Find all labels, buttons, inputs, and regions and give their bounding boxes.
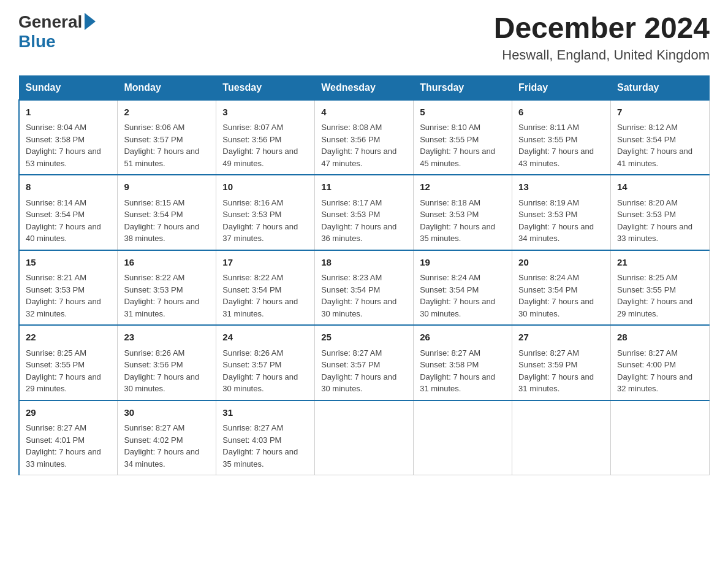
day-number: 23 bbox=[124, 331, 210, 345]
col-thursday: Thursday bbox=[414, 75, 512, 100]
day-number: 28 bbox=[617, 331, 703, 345]
day-number: 4 bbox=[321, 105, 407, 120]
day-number: 8 bbox=[26, 180, 111, 194]
day-info: Sunrise: 8:07 AMSunset: 3:56 PMDaylight:… bbox=[222, 121, 308, 169]
day-info: Sunrise: 8:24 AMSunset: 3:54 PMDaylight:… bbox=[518, 272, 604, 320]
calendar-cell: 31Sunrise: 8:27 AMSunset: 4:03 PMDayligh… bbox=[216, 400, 315, 475]
logo-triangle-icon bbox=[85, 13, 96, 30]
page-header: General Blue December 2024 Heswall, Engl… bbox=[18, 12, 710, 63]
week-row-1: 1Sunrise: 8:04 AMSunset: 3:58 PMDaylight… bbox=[19, 100, 710, 175]
day-info: Sunrise: 8:18 AMSunset: 3:53 PMDaylight:… bbox=[420, 197, 506, 245]
day-number: 15 bbox=[26, 256, 111, 270]
calendar-cell bbox=[611, 400, 710, 475]
location-subtitle: Heswall, England, United Kingdom bbox=[494, 47, 710, 63]
logo-general-text: General bbox=[18, 12, 82, 32]
day-info: Sunrise: 8:27 AMSunset: 3:59 PMDaylight:… bbox=[518, 347, 604, 395]
day-number: 30 bbox=[124, 406, 210, 420]
day-info: Sunrise: 8:15 AMSunset: 3:54 PMDaylight:… bbox=[124, 197, 210, 245]
calendar-cell: 30Sunrise: 8:27 AMSunset: 4:02 PMDayligh… bbox=[118, 400, 216, 475]
day-info: Sunrise: 8:24 AMSunset: 3:54 PMDaylight:… bbox=[420, 272, 506, 320]
day-info: Sunrise: 8:23 AMSunset: 3:54 PMDaylight:… bbox=[321, 272, 407, 320]
calendar-cell: 7Sunrise: 8:12 AMSunset: 3:54 PMDaylight… bbox=[611, 100, 710, 175]
col-sunday: Sunday bbox=[19, 75, 118, 100]
day-info: Sunrise: 8:22 AMSunset: 3:54 PMDaylight:… bbox=[222, 272, 308, 320]
calendar-cell: 6Sunrise: 8:11 AMSunset: 3:55 PMDaylight… bbox=[512, 100, 611, 175]
day-info: Sunrise: 8:19 AMSunset: 3:53 PMDaylight:… bbox=[518, 197, 604, 245]
calendar-cell bbox=[414, 400, 512, 475]
day-info: Sunrise: 8:04 AMSunset: 3:58 PMDaylight:… bbox=[26, 121, 111, 169]
day-number: 27 bbox=[518, 331, 604, 345]
day-info: Sunrise: 8:27 AMSunset: 3:58 PMDaylight:… bbox=[420, 347, 506, 395]
day-info: Sunrise: 8:14 AMSunset: 3:54 PMDaylight:… bbox=[26, 197, 111, 245]
week-row-4: 22Sunrise: 8:25 AMSunset: 3:55 PMDayligh… bbox=[19, 325, 710, 400]
calendar-cell: 9Sunrise: 8:15 AMSunset: 3:54 PMDaylight… bbox=[118, 175, 216, 250]
logo-blue-text: Blue bbox=[18, 32, 56, 51]
day-number: 5 bbox=[420, 105, 506, 120]
calendar-header-row: Sunday Monday Tuesday Wednesday Thursday… bbox=[19, 75, 710, 100]
calendar-cell: 14Sunrise: 8:20 AMSunset: 3:53 PMDayligh… bbox=[611, 175, 710, 250]
day-info: Sunrise: 8:25 AMSunset: 3:55 PMDaylight:… bbox=[617, 272, 703, 320]
day-number: 12 bbox=[420, 180, 506, 194]
day-info: Sunrise: 8:27 AMSunset: 4:00 PMDaylight:… bbox=[617, 347, 703, 395]
day-info: Sunrise: 8:27 AMSunset: 3:57 PMDaylight:… bbox=[321, 347, 407, 395]
day-number: 1 bbox=[26, 105, 111, 120]
day-info: Sunrise: 8:17 AMSunset: 3:53 PMDaylight:… bbox=[321, 197, 407, 245]
calendar-cell: 25Sunrise: 8:27 AMSunset: 3:57 PMDayligh… bbox=[315, 325, 414, 400]
calendar-cell: 12Sunrise: 8:18 AMSunset: 3:53 PMDayligh… bbox=[414, 175, 512, 250]
col-wednesday: Wednesday bbox=[315, 75, 414, 100]
calendar-cell: 10Sunrise: 8:16 AMSunset: 3:53 PMDayligh… bbox=[216, 175, 315, 250]
calendar-cell bbox=[512, 400, 611, 475]
calendar-cell: 16Sunrise: 8:22 AMSunset: 3:53 PMDayligh… bbox=[118, 250, 216, 326]
day-number: 25 bbox=[321, 331, 407, 345]
calendar-cell: 4Sunrise: 8:08 AMSunset: 3:56 PMDaylight… bbox=[315, 100, 414, 175]
day-number: 19 bbox=[420, 256, 506, 270]
day-number: 24 bbox=[222, 331, 308, 345]
day-info: Sunrise: 8:06 AMSunset: 3:57 PMDaylight:… bbox=[124, 121, 210, 169]
col-monday: Monday bbox=[118, 75, 216, 100]
day-number: 26 bbox=[420, 331, 506, 345]
calendar-cell: 5Sunrise: 8:10 AMSunset: 3:55 PMDaylight… bbox=[414, 100, 512, 175]
week-row-5: 29Sunrise: 8:27 AMSunset: 4:01 PMDayligh… bbox=[19, 400, 710, 475]
day-info: Sunrise: 8:26 AMSunset: 3:57 PMDaylight:… bbox=[222, 347, 308, 395]
calendar-cell: 17Sunrise: 8:22 AMSunset: 3:54 PMDayligh… bbox=[216, 250, 315, 326]
calendar-cell: 2Sunrise: 8:06 AMSunset: 3:57 PMDaylight… bbox=[118, 100, 216, 175]
day-number: 31 bbox=[222, 406, 308, 420]
week-row-2: 8Sunrise: 8:14 AMSunset: 3:54 PMDaylight… bbox=[19, 175, 710, 250]
calendar-cell: 28Sunrise: 8:27 AMSunset: 4:00 PMDayligh… bbox=[611, 325, 710, 400]
day-number: 7 bbox=[617, 105, 703, 120]
col-friday: Friday bbox=[512, 75, 611, 100]
col-saturday: Saturday bbox=[611, 75, 710, 100]
day-info: Sunrise: 8:25 AMSunset: 3:55 PMDaylight:… bbox=[26, 347, 111, 395]
day-number: 14 bbox=[617, 180, 703, 194]
month-year-title: December 2024 bbox=[494, 12, 710, 45]
calendar-cell bbox=[315, 400, 414, 475]
title-block: December 2024 Heswall, England, United K… bbox=[494, 12, 710, 63]
calendar-cell: 22Sunrise: 8:25 AMSunset: 3:55 PMDayligh… bbox=[19, 325, 118, 400]
day-info: Sunrise: 8:10 AMSunset: 3:55 PMDaylight:… bbox=[420, 121, 506, 169]
day-info: Sunrise: 8:22 AMSunset: 3:53 PMDaylight:… bbox=[124, 272, 210, 320]
day-info: Sunrise: 8:11 AMSunset: 3:55 PMDaylight:… bbox=[518, 121, 604, 169]
day-info: Sunrise: 8:26 AMSunset: 3:56 PMDaylight:… bbox=[124, 347, 210, 395]
day-number: 21 bbox=[617, 256, 703, 270]
calendar-cell: 24Sunrise: 8:26 AMSunset: 3:57 PMDayligh… bbox=[216, 325, 315, 400]
calendar-cell: 3Sunrise: 8:07 AMSunset: 3:56 PMDaylight… bbox=[216, 100, 315, 175]
calendar-cell: 23Sunrise: 8:26 AMSunset: 3:56 PMDayligh… bbox=[118, 325, 216, 400]
day-number: 29 bbox=[26, 406, 111, 420]
calendar-cell: 21Sunrise: 8:25 AMSunset: 3:55 PMDayligh… bbox=[611, 250, 710, 326]
day-info: Sunrise: 8:16 AMSunset: 3:53 PMDaylight:… bbox=[222, 197, 308, 245]
day-number: 22 bbox=[26, 331, 111, 345]
day-info: Sunrise: 8:27 AMSunset: 4:03 PMDaylight:… bbox=[222, 422, 308, 470]
calendar-cell: 13Sunrise: 8:19 AMSunset: 3:53 PMDayligh… bbox=[512, 175, 611, 250]
calendar-cell: 8Sunrise: 8:14 AMSunset: 3:54 PMDaylight… bbox=[19, 175, 118, 250]
day-number: 13 bbox=[518, 180, 604, 194]
day-info: Sunrise: 8:20 AMSunset: 3:53 PMDaylight:… bbox=[617, 197, 703, 245]
logo: General Blue bbox=[18, 12, 96, 52]
calendar-cell: 20Sunrise: 8:24 AMSunset: 3:54 PMDayligh… bbox=[512, 250, 611, 326]
day-info: Sunrise: 8:21 AMSunset: 3:53 PMDaylight:… bbox=[26, 272, 111, 320]
calendar-cell: 1Sunrise: 8:04 AMSunset: 3:58 PMDaylight… bbox=[19, 100, 118, 175]
col-tuesday: Tuesday bbox=[216, 75, 315, 100]
calendar-cell: 15Sunrise: 8:21 AMSunset: 3:53 PMDayligh… bbox=[19, 250, 118, 326]
day-number: 16 bbox=[124, 256, 210, 270]
day-number: 18 bbox=[321, 256, 407, 270]
day-info: Sunrise: 8:27 AMSunset: 4:01 PMDaylight:… bbox=[26, 422, 111, 470]
